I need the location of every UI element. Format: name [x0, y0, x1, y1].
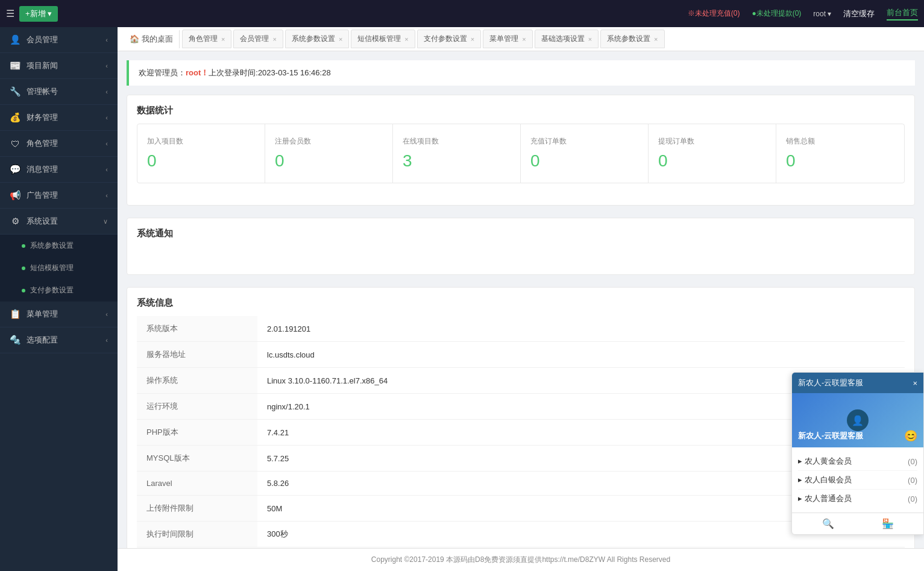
tab-pay[interactable]: 支付参数设置 × — [417, 30, 481, 48]
sidebar-item-message[interactable]: 💬 消息管理 ‹ — [0, 157, 118, 183]
tab-home-label: 我的桌面 — [142, 34, 173, 45]
tab-basic[interactable]: 基础选项设置 × — [535, 30, 599, 48]
front-page-button[interactable]: 前台首页 — [887, 7, 918, 21]
finance-icon: 💰 — [10, 112, 20, 123]
table-row: PHP版本7.4.21 — [137, 420, 905, 446]
sidebar-item-role[interactable]: 🛡 角色管理 ‹ — [0, 131, 118, 157]
username-label: root — [813, 10, 826, 18]
pending-withdraw-link[interactable]: ●未处理提款(0) — [752, 8, 801, 19]
system-icon: ⚙ — [10, 216, 20, 227]
hamburger-icon: ☰ — [6, 8, 14, 19]
tab-role-label: 角色管理 — [189, 34, 218, 44]
cs-list-item-gold[interactable]: ▸ 农人黄金会员 (0) — [798, 452, 917, 471]
sidebar-item-admin[interactable]: 🔧 管理帐号 ‹ — [0, 79, 118, 105]
ad-icon: 📢 — [10, 190, 20, 201]
footer: Copyright ©2017-2019 本源码由D8免费资源须直提供https… — [118, 548, 924, 571]
stat-label-4: 提现订单数 — [658, 136, 766, 147]
sidebar-arrow-role: ‹ — [105, 140, 108, 147]
tab-role[interactable]: 角色管理 × — [182, 30, 231, 48]
stats-section: 数据统计 加入项目数 0 注册会员数 0 在线项目数 3 充 — [127, 95, 915, 206]
notification-title: 系统通知 — [137, 228, 905, 239]
sidebar-item-system[interactable]: ⚙ 系统设置 ∨ — [0, 209, 118, 235]
cs-footer: 🔍 🏪 — [792, 513, 923, 534]
tab-home[interactable]: 🏠 我的桌面 — [124, 30, 180, 48]
tab-bar: 🏠 我的桌面 角色管理 × 会员管理 × 系统参数设置 × 短信模板管理 × 支… — [118, 27, 924, 51]
table-row: MYSQL版本5.7.25 — [137, 446, 905, 472]
cs-close-button[interactable]: × — [913, 379, 917, 388]
sidebar-item-member[interactable]: 👤 会员管理 ‹ — [0, 27, 118, 53]
sidebar-item-news[interactable]: 📰 项目新闻 ‹ — [0, 53, 118, 79]
welcome-bar: 欢迎管理员：root！上次登录时间:2023-03-15 16:46:28 — [127, 60, 915, 86]
sidebar-label-system: 系统设置 — [27, 216, 58, 227]
sidebar-item-options[interactable]: 🔩 选项配置 ‹ — [0, 327, 118, 353]
user-info-button[interactable]: root ▾ — [813, 10, 831, 18]
sidebar-sub-sms[interactable]: 短信模板管理 — [0, 257, 118, 279]
stat-value-5: 0 — [786, 151, 894, 171]
tab-member-label: 会员管理 — [240, 34, 269, 44]
sub-dot-icon — [22, 244, 25, 248]
sidebar-label-menu: 菜单管理 — [27, 309, 58, 320]
table-row: 上传附件限制50M — [137, 496, 905, 522]
sidebar-label-ad: 广告管理 — [27, 190, 58, 201]
tab-sysparams1-close[interactable]: × — [339, 36, 342, 43]
cs-normal-label: ▸ 农人普通会员 — [798, 493, 852, 504]
stat-value-4: 0 — [658, 151, 766, 171]
sidebar-item-finance[interactable]: 💰 财务管理 ‹ — [0, 105, 118, 131]
user-arrow-icon: ▾ — [828, 10, 831, 18]
sidebar-item-menu[interactable]: 📋 菜单管理 ‹ — [0, 301, 118, 327]
table-row: 服务器地址lc.usdts.cloud — [137, 342, 905, 368]
cs-silver-count: (0) — [908, 476, 917, 485]
tab-member[interactable]: 会员管理 × — [233, 30, 283, 48]
info-key: 操作系统 — [137, 368, 257, 394]
add-new-button[interactable]: +新增 ▾ — [19, 6, 58, 22]
pending-recharge-link[interactable]: ※未处理充值(0) — [688, 8, 740, 19]
cs-search-button[interactable]: 🔍 — [822, 518, 834, 529]
tab-menu[interactable]: 菜单管理 × — [483, 30, 532, 48]
cs-store-button[interactable]: 🏪 — [882, 518, 894, 529]
tab-sysparams2-close[interactable]: × — [654, 36, 658, 43]
tab-pay-close[interactable]: × — [471, 36, 474, 43]
tab-member-close[interactable]: × — [272, 36, 276, 43]
cs-emoji-icon[interactable]: 😊 — [904, 429, 917, 443]
stats-title: 数据统计 — [137, 105, 905, 116]
stat-withdraw-count: 提现订单数 0 — [649, 124, 776, 183]
sidebar-item-ad[interactable]: 📢 广告管理 ‹ — [0, 183, 118, 209]
hamburger-button[interactable]: ☰ — [6, 8, 14, 19]
cs-gold-count: (0) — [908, 457, 917, 466]
tab-sms[interactable]: 短信模板管理 × — [351, 30, 415, 48]
sidebar-label-role: 角色管理 — [27, 138, 58, 149]
message-icon: 💬 — [10, 164, 20, 175]
cs-list-item-normal[interactable]: ▸ 农人普通会员 (0) — [798, 490, 917, 508]
table-row: Laravel5.8.26 — [137, 472, 905, 496]
info-key: 运行环境 — [137, 394, 257, 420]
stat-recharge-count: 充值订单数 0 — [521, 124, 649, 183]
tab-sysparams1[interactable]: 系统参数设置 × — [285, 30, 349, 48]
tab-role-close[interactable]: × — [221, 36, 225, 43]
role-icon: 🛡 — [10, 138, 20, 149]
cs-banner-text: 新农人-云联盟客服 — [798, 431, 863, 441]
tab-basic-close[interactable]: × — [588, 36, 592, 43]
stat-project-count: 加入项目数 0 — [137, 124, 265, 183]
cs-list-item-silver[interactable]: ▸ 农人白银会员 (0) — [798, 471, 917, 490]
tab-menu-close[interactable]: × — [522, 36, 526, 43]
stats-grid: 加入项目数 0 注册会员数 0 在线项目数 3 充值订单数 0 — [137, 124, 905, 183]
footer-text: Copyright ©2017-2019 本源码由D8免费资源须直提供https… — [371, 555, 670, 564]
clear-cache-button[interactable]: 清空缓存 — [843, 8, 875, 19]
sidebar-sub-pay[interactable]: 支付参数设置 — [0, 279, 118, 301]
sidebar-sub-sysparams[interactable]: 系统参数设置 — [0, 235, 118, 257]
info-key: 系统版本 — [137, 316, 257, 342]
info-value: 2.01.191201 — [257, 316, 905, 342]
tab-sysparams2[interactable]: 系统参数设置 × — [600, 30, 664, 48]
sidebar-arrow-message: ‹ — [105, 166, 108, 173]
welcome-suffix: 上次登录时间:2023-03-15 16:46:28 — [209, 68, 330, 77]
table-row: 操作系统Linux 3.10.0-1160.71.1.el7.x86_64 — [137, 368, 905, 394]
stat-value-2: 3 — [403, 151, 511, 171]
cs-list: ▸ 农人黄金会员 (0) ▸ 农人白银会员 (0) ▸ 农人普通会员 (0) — [792, 447, 923, 513]
sidebar-arrow-menu: ‹ — [105, 311, 108, 318]
sub-label-sms: 短信模板管理 — [30, 263, 74, 273]
info-key: MYSQL版本 — [137, 446, 257, 472]
cs-title: 新农人-云联盟客服 — [798, 377, 863, 388]
notification-content — [137, 247, 905, 265]
member-icon: 👤 — [10, 34, 20, 45]
tab-sms-close[interactable]: × — [404, 36, 408, 43]
